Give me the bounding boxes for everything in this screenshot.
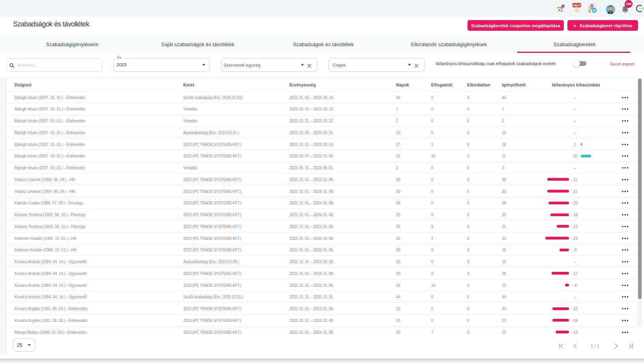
- svg-text:HELP: HELP: [573, 4, 581, 7]
